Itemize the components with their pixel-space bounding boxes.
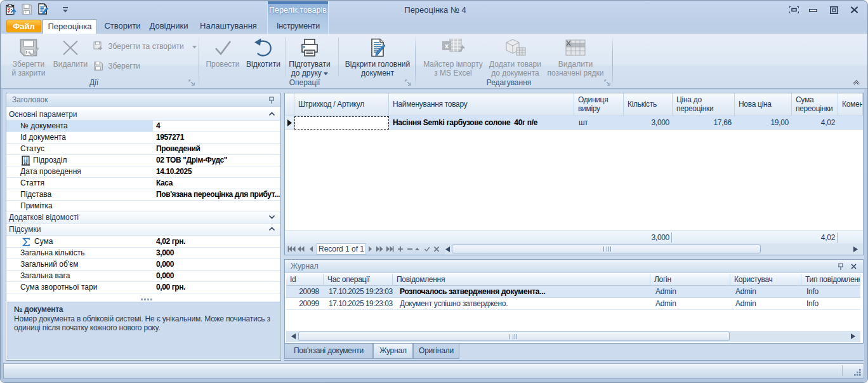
- svg-text:x: x: [445, 42, 449, 50]
